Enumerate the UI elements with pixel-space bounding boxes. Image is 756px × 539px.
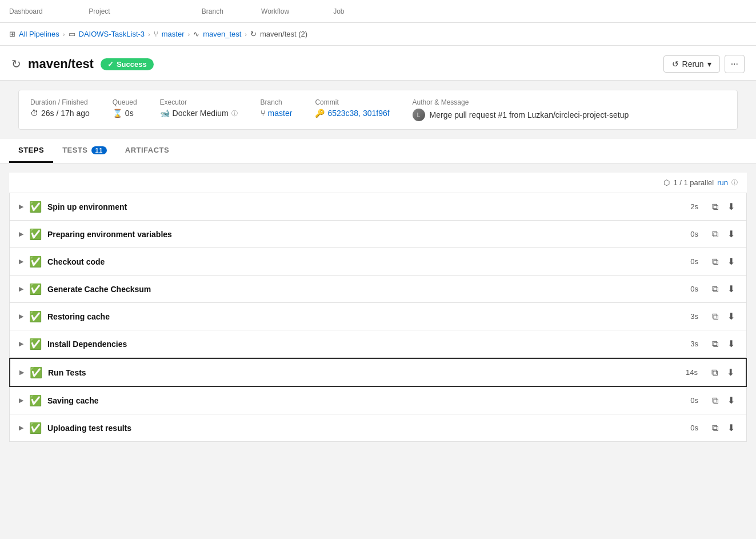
table-row[interactable]: ▶ ✅ Checkout code 0s ⧉ ⬇ [9, 248, 747, 276]
tab-artifacts[interactable]: ARTIFACTS [116, 139, 178, 163]
dashboard-nav-label: Dashboard [9, 7, 43, 15]
step-duration: 14s [681, 368, 698, 377]
duration-value-row: ⏱ 26s / 17h ago [30, 109, 90, 118]
success-icon: ✅ [29, 283, 42, 296]
branch-value-row: ⑂ master [261, 109, 293, 118]
tab-steps-label: STEPS [18, 146, 44, 154]
step-name: Checkout code [47, 257, 675, 266]
step-name: Generate Cache Checksum [47, 285, 675, 294]
expand-icon: ▶ [19, 397, 23, 404]
branch-link[interactable]: master [162, 30, 185, 38]
expand-icon: ▶ [19, 230, 23, 238]
open-external-button[interactable]: ⧉ [710, 283, 721, 296]
docker-icon: 🐋 [160, 109, 170, 118]
expand-icon: ▶ [19, 203, 23, 210]
job-icon-large: ↻ [11, 57, 21, 71]
expand-icon: ▶ [19, 258, 23, 265]
more-options-button[interactable]: ··· [725, 55, 745, 73]
table-row[interactable]: ▶ ✅ Saving cache 0s ⧉ ⬇ [9, 387, 747, 414]
open-external-button[interactable]: ⧉ [710, 310, 721, 323]
commit-link[interactable]: 6523c38, 301f96f [327, 109, 389, 118]
author-item: Author & Message L Merge pull request #1… [413, 98, 629, 121]
step-actions: ⧉ ⬇ [710, 310, 737, 323]
branch-link-meta[interactable]: master [268, 109, 293, 118]
table-row[interactable]: ▶ ✅ Restoring cache 3s ⧉ ⬇ [9, 303, 747, 330]
download-button[interactable]: ⬇ [725, 282, 737, 296]
job-nav-label: Job [333, 7, 344, 15]
all-pipelines-link[interactable]: All Pipelines [19, 30, 59, 38]
table-row[interactable]: ▶ ✅ Generate Cache Checksum 0s ⧉ ⬇ [9, 276, 747, 303]
status-badge: ✓ Success [101, 58, 154, 70]
queued-item: Queued ⌛ 0s [113, 98, 137, 118]
open-external-button[interactable]: ⧉ [710, 422, 721, 434]
tab-tests[interactable]: TESTS 11 [53, 139, 116, 163]
download-button[interactable]: ⬇ [725, 227, 737, 241]
step-actions: ⧉ ⬇ [710, 282, 737, 296]
open-external-button[interactable]: ⧉ [710, 255, 721, 268]
workflow-icon: ∿ [193, 30, 199, 38]
rerun-label: Rerun [682, 59, 704, 69]
step-actions: ⧉ ⬇ [710, 394, 737, 407]
open-external-button[interactable]: ⧉ [710, 228, 721, 241]
branch-label: Branch [261, 98, 293, 106]
step-name: Restoring cache [47, 312, 675, 321]
step-actions: ⧉ ⬇ [710, 227, 737, 241]
download-button[interactable]: ⬇ [725, 310, 737, 323]
tab-steps[interactable]: STEPS [9, 139, 53, 163]
project-link[interactable]: DAIOWS-TaskList-3 [79, 30, 145, 38]
duration-item: Duration / Finished ⏱ 26s / 17h ago [30, 98, 90, 118]
page-header: ↻ maven/test ✓ Success ↺ Rerun ▾ ··· [0, 46, 756, 81]
download-button[interactable]: ⬇ [725, 337, 737, 350]
tab-artifacts-label: ARTIFACTS [125, 146, 169, 154]
step-name: Install Dependencies [47, 340, 675, 349]
download-button[interactable]: ⬇ [725, 200, 737, 213]
rerun-icon: ↺ [672, 59, 679, 69]
tests-count-badge: 11 [91, 146, 107, 154]
open-external-button[interactable]: ⧉ [709, 366, 720, 379]
table-row[interactable]: ▶ ✅ Install Dependencies 3s ⧉ ⬇ [9, 330, 747, 358]
executor-value: Docker Medium [173, 109, 229, 118]
project-nav-label: Project [89, 7, 110, 15]
tabs-bar: STEPS TESTS 11 ARTIFACTS [0, 139, 756, 163]
success-icon: ✅ [29, 255, 42, 268]
queued-value-row: ⌛ 0s [113, 109, 137, 118]
duration-value: 26s / 17h ago [41, 109, 90, 118]
status-text: Success [117, 60, 147, 69]
download-button[interactable]: ⬇ [725, 255, 737, 268]
step-actions: ⧉ ⬇ [710, 200, 737, 213]
duration-label: Duration / Finished [30, 98, 90, 106]
table-row[interactable]: ▶ ✅ Run Tests 14s ⧉ ⬇ [9, 358, 747, 387]
checkmark-icon: ✓ [107, 60, 114, 69]
branch-icon-meta: ⑂ [261, 109, 265, 118]
step-actions: ⧉ ⬇ [709, 366, 737, 379]
expand-icon: ▶ [19, 369, 24, 376]
table-row[interactable]: ▶ ✅ Spin up environment 2s ⧉ ⬇ [9, 193, 747, 221]
queued-value: 0s [125, 109, 134, 118]
table-row[interactable]: ▶ ✅ Uploading test results 0s ⧉ ⬇ [9, 414, 747, 442]
table-row[interactable]: ▶ ✅ Preparing environment variables 0s ⧉… [9, 221, 747, 248]
workflow-link[interactable]: maven_test [203, 30, 241, 38]
step-actions: ⧉ ⬇ [710, 337, 737, 350]
run-link[interactable]: run [717, 178, 728, 187]
open-external-button[interactable]: ⧉ [710, 201, 721, 213]
success-icon: ✅ [29, 338, 42, 350]
open-external-button[interactable]: ⧉ [710, 338, 721, 350]
success-icon: ✅ [29, 394, 42, 407]
current-job-label: maven/test (2) [260, 30, 307, 38]
commit-value-row: 🔑 6523c38, 301f96f [315, 109, 389, 118]
executor-value-row: 🐋 Docker Medium ⓘ [160, 109, 238, 118]
download-button[interactable]: ⬇ [725, 394, 737, 407]
author-message: Merge pull request #1 from Luzkan/circle… [430, 110, 629, 119]
steps-container: ⬡ 1 / 1 parallel run ⓘ ▶ ✅ Spin up envir… [9, 173, 747, 442]
clock-icon: ⏱ [30, 109, 38, 118]
step-duration: 0s [681, 230, 698, 238]
queued-label: Queued [113, 98, 137, 106]
parallel-info: ⬡ 1 / 1 parallel run ⓘ [9, 173, 747, 193]
download-button[interactable]: ⬇ [725, 421, 737, 434]
open-external-button[interactable]: ⧉ [710, 394, 721, 407]
rerun-button[interactable]: ↺ Rerun ▾ [663, 55, 720, 73]
sep1: › [63, 31, 65, 38]
all-pipelines-icon: ⊞ [9, 30, 15, 38]
step-name: Run Tests [48, 368, 675, 377]
download-button[interactable]: ⬇ [725, 366, 737, 379]
